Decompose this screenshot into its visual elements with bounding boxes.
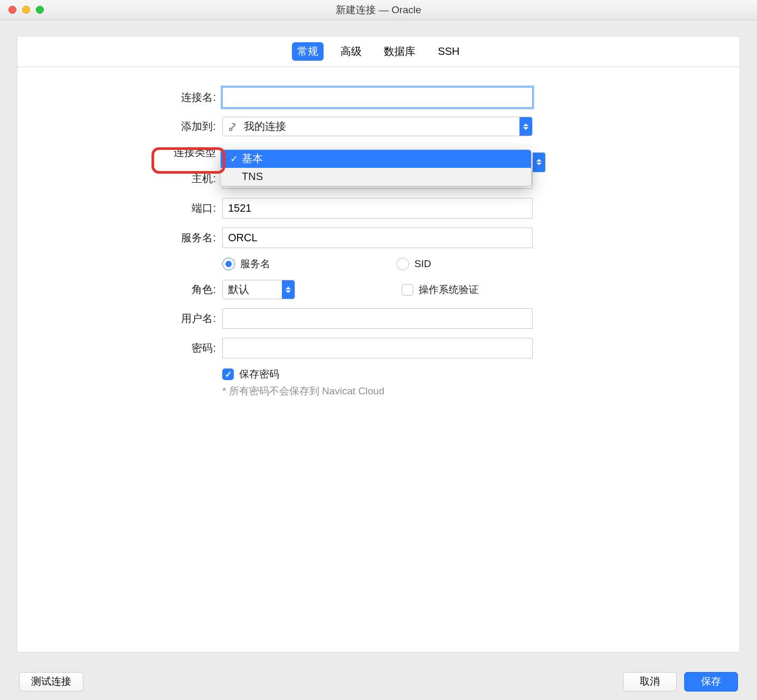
radio-service-name-label: 服务名 (240, 257, 270, 271)
label-username: 用户名: (17, 311, 222, 326)
chevron-updown-icon (519, 117, 532, 136)
password-input[interactable] (222, 338, 533, 358)
save-password-checkbox[interactable]: ✓ (222, 368, 234, 380)
add-to-value: 我的连接 (244, 119, 286, 134)
footer: 测试连接 取消 保存 (0, 663, 757, 700)
svg-point-0 (230, 128, 232, 130)
tabs-row: 常规 高级 数据库 SSH (17, 36, 740, 67)
password-hint: * 所有密码不会保存到 Navicat Cloud (222, 384, 533, 398)
label-service-name: 服务名: (17, 231, 222, 245)
save-button[interactable]: 保存 (684, 672, 738, 692)
username-input[interactable] (222, 308, 533, 329)
traffic-lights (0, 6, 44, 14)
save-password-label: 保存密码 (239, 367, 279, 381)
radio-service-name[interactable] (222, 258, 235, 270)
tab-database[interactable]: 数据库 (378, 42, 421, 61)
cancel-button[interactable]: 取消 (623, 672, 677, 692)
zoom-window-icon[interactable] (36, 6, 44, 14)
chevron-updown-icon (282, 280, 295, 299)
tab-ssh[interactable]: SSH (432, 43, 465, 60)
os-auth-checkbox[interactable] (402, 284, 413, 296)
minimize-window-icon[interactable] (22, 6, 30, 14)
dropdown-item-tns[interactable]: TNS (221, 168, 531, 186)
connection-name-input[interactable] (222, 87, 533, 108)
connection-type-dropdown: ✓ 基本 TNS (220, 149, 532, 186)
os-auth-label: 操作系统验证 (419, 283, 479, 297)
settings-panel: 常规 高级 数据库 SSH 连接名: 添加到: (17, 36, 740, 652)
dropdown-item-label: TNS (242, 171, 263, 183)
label-connection-type: 连接类型 (17, 145, 222, 159)
label-port: 端口: (17, 201, 222, 215)
plug-icon (228, 121, 239, 132)
radio-sid[interactable] (396, 258, 409, 270)
radio-sid-label: SID (414, 258, 431, 270)
dropdown-item-label: 基本 (242, 152, 263, 166)
close-window-icon[interactable] (8, 6, 16, 14)
dropdown-item-basic[interactable]: ✓ 基本 (221, 150, 531, 168)
port-input[interactable] (222, 198, 533, 219)
role-value: 默认 (228, 282, 249, 297)
label-role: 角色: (17, 282, 222, 297)
label-password: 密码: (17, 341, 222, 355)
role-select[interactable]: 默认 (222, 280, 295, 299)
form: 连接名: 添加到: 我的连接 (17, 67, 740, 398)
test-connection-button[interactable]: 测试连接 (19, 672, 83, 692)
tab-general[interactable]: 常规 (292, 42, 324, 61)
check-icon: ✓ (230, 153, 242, 165)
titlebar: 新建连接 — Oracle (0, 0, 757, 20)
chevron-updown-icon (533, 153, 545, 172)
label-host: 主机: (17, 172, 222, 186)
service-name-input[interactable] (222, 228, 533, 248)
label-connection-name: 连接名: (17, 90, 222, 105)
add-to-select[interactable]: 我的连接 (222, 117, 533, 136)
label-add-to: 添加到: (17, 119, 222, 134)
tab-advanced[interactable]: 高级 (335, 42, 367, 61)
window-title: 新建连接 — Oracle (0, 3, 757, 17)
